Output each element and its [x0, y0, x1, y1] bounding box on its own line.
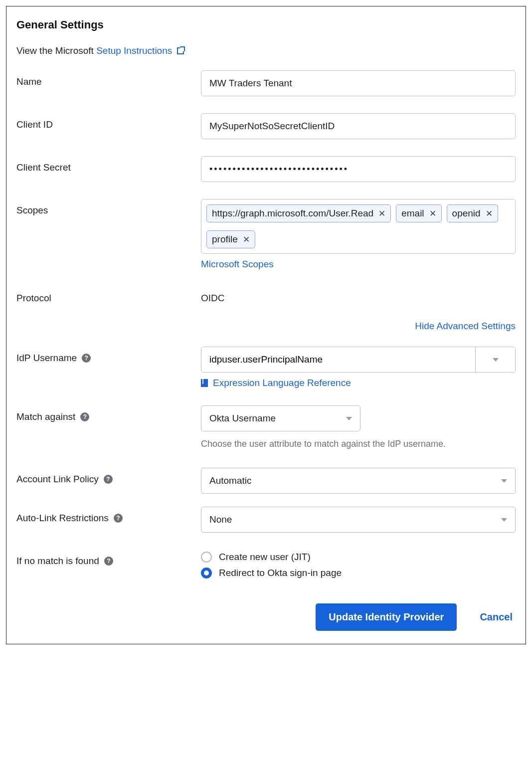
- cancel-button[interactable]: Cancel: [477, 611, 516, 623]
- no-match-option-redirect[interactable]: Redirect to Okta sign-in page: [201, 568, 516, 578]
- setup-instructions-link[interactable]: Setup Instructions: [96, 45, 183, 56]
- no-match-label: If no match is found: [16, 556, 99, 567]
- dropdown-toggle[interactable]: [475, 347, 515, 372]
- book-icon: [201, 379, 208, 387]
- external-link-icon: [177, 47, 184, 54]
- chevron-down-icon: [493, 358, 499, 362]
- microsoft-scopes-link[interactable]: Microsoft Scopes: [201, 259, 274, 270]
- radio-icon[interactable]: [201, 552, 212, 563]
- protocol-value: OIDC: [201, 287, 516, 304]
- client-secret-input[interactable]: [201, 156, 516, 182]
- scopes-label: Scopes: [16, 199, 201, 216]
- help-icon[interactable]: ?: [82, 354, 91, 363]
- update-identity-provider-button[interactable]: Update Identity Provider: [316, 603, 457, 631]
- client-id-label: Client ID: [16, 113, 201, 130]
- auto-link-restrictions-select[interactable]: None: [201, 507, 516, 533]
- remove-tag-icon[interactable]: ✕: [429, 208, 436, 219]
- idp-username-combo[interactable]: [201, 347, 516, 373]
- scope-tag[interactable]: openid✕: [447, 204, 498, 222]
- no-match-option-jit[interactable]: Create new user (JIT): [201, 552, 516, 563]
- radio-icon[interactable]: [201, 568, 212, 578]
- match-against-select[interactable]: Okta Username: [201, 405, 360, 431]
- help-icon[interactable]: ?: [114, 514, 123, 523]
- client-id-input[interactable]: [201, 113, 516, 139]
- account-link-policy-label: Account Link Policy: [16, 474, 99, 485]
- match-against-label: Match against: [16, 411, 75, 422]
- remove-tag-icon[interactable]: ✕: [243, 234, 250, 245]
- help-icon[interactable]: ?: [104, 557, 113, 566]
- chevron-down-icon: [501, 518, 507, 522]
- account-link-policy-select[interactable]: Automatic: [201, 468, 516, 494]
- intro-prefix: View the Microsoft: [16, 45, 96, 56]
- chevron-down-icon: [501, 479, 507, 483]
- no-match-radio-group: Create new user (JIT) Redirect to Okta s…: [201, 550, 516, 578]
- help-icon[interactable]: ?: [104, 475, 113, 484]
- help-icon[interactable]: ?: [80, 412, 89, 421]
- idp-username-input[interactable]: [201, 347, 475, 372]
- remove-tag-icon[interactable]: ✕: [378, 208, 385, 219]
- remove-tag-icon[interactable]: ✕: [486, 208, 493, 219]
- auto-link-restrictions-label: Auto-Link Restrictions: [16, 513, 109, 524]
- chevron-down-icon: [346, 417, 352, 420]
- section-title: General Settings: [16, 18, 516, 31]
- scope-tag[interactable]: email✕: [396, 204, 441, 222]
- toggle-advanced-link[interactable]: Hide Advanced Settings: [415, 321, 516, 331]
- general-settings-panel: General Settings View the Microsoft Setu…: [6, 6, 526, 644]
- protocol-label: Protocol: [16, 287, 201, 304]
- client-secret-label: Client Secret: [16, 156, 201, 173]
- match-against-help: Choose the user attribute to match again…: [201, 437, 516, 451]
- idp-username-label: IdP Username: [16, 353, 77, 364]
- scope-tag[interactable]: https://graph.microsoft.com/User.Read✕: [206, 204, 391, 222]
- scopes-tagbox[interactable]: https://graph.microsoft.com/User.Read✕ e…: [201, 199, 516, 254]
- intro-text: View the Microsoft Setup Instructions: [16, 45, 516, 56]
- expression-language-reference-link[interactable]: Expression Language Reference: [213, 378, 351, 388]
- scope-tag[interactable]: profile✕: [206, 230, 255, 248]
- name-input[interactable]: [201, 70, 516, 96]
- name-label: Name: [16, 70, 201, 87]
